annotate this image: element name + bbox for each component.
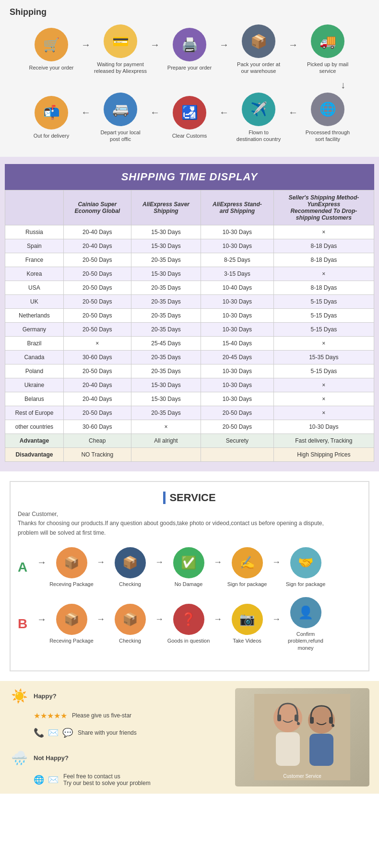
footer-contact-row: 🌐 ✉️ Feel free to contact us Try our bes… <box>10 773 225 786</box>
customs-icon: 🛃 <box>173 96 206 129</box>
table-cell-country: Advantage <box>5 434 64 448</box>
table-cell-value: 15-30 Days <box>131 239 201 253</box>
payment-label: Waiting for paymentreleased by Aliexpres… <box>94 61 147 75</box>
table-cell-value: 15-40 Days <box>201 337 273 351</box>
svc-b-check-label: Checking <box>119 637 141 644</box>
depart-icon: 🚐 <box>104 93 137 126</box>
service-wrapper: SERVICE Dear Customer, Thanks for choosi… <box>0 471 379 681</box>
footer-nothappy-label: Not Happy? <box>34 754 69 762</box>
table-cell-value: 20-50 Days <box>63 406 131 420</box>
table-row: Germany20-50 Days20-35 Days10-30 Days5-1… <box>5 323 374 337</box>
svg-text:Customer Service: Customer Service <box>283 774 321 779</box>
table-row: USA20-50 Days20-35 Days10-40 Days8-18 Dy… <box>5 281 374 295</box>
table-row: Netherlands20-50 Days20-35 Days10-30 Day… <box>5 309 374 323</box>
flow-item-prepare: 🖨️ Prepare your order <box>161 28 218 71</box>
svc-arrow-b2: → <box>155 614 164 634</box>
table-cell-value: 15-30 Days <box>131 392 201 406</box>
table-cell-value: × <box>63 337 131 351</box>
table-cell-value: High Shipping Prices <box>273 448 374 462</box>
col-header-yunexpress: Seller's Shipping Method-YunExpressRecom… <box>273 190 374 225</box>
payment-icon: 💳 <box>104 24 137 58</box>
svc-arrow-b0: → <box>37 614 47 634</box>
flow-item-pickup: 🚚 Picked up by mail service <box>299 24 356 75</box>
table-cell-value: 10-30 Days <box>201 392 273 406</box>
table-cell-value: Cheap <box>63 434 131 448</box>
svc-b-confirm-label: Confirm problem,refund money <box>282 631 330 651</box>
table-cell-value: 20-50 Days <box>63 364 131 378</box>
svc-arrow-b1: → <box>96 614 105 634</box>
col-header-cainiao: Cainiao SuperEconomy Global <box>63 190 131 225</box>
footer-photo: Customer Service <box>235 688 369 786</box>
svc-b-check: 📦 Checking <box>106 604 154 644</box>
table-cell-value: 10-30 Days <box>273 420 374 434</box>
sort-label: Processed throughsort facility <box>306 129 350 143</box>
customs-label: Clear Customs <box>172 132 207 139</box>
svc-a-sign2-label: Sign for package <box>286 581 326 587</box>
flow-row-1: 🛒 Receive your order → 💳 Waiting for pay… <box>10 24 369 75</box>
share-icons: 📞 ✉️ 💬 <box>34 727 73 738</box>
table-cell-value: 10-30 Days <box>201 225 273 239</box>
letter-a: A <box>18 560 31 575</box>
flow-item-delivery: 📬 Out for delivery <box>23 96 80 139</box>
table-cell-value: × <box>131 420 201 434</box>
table-row: Russia20-40 Days15-30 Days10-30 Days× <box>5 225 374 239</box>
table-cell-country: Poland <box>5 364 64 378</box>
footer-stars: ★★★★★ <box>34 711 67 720</box>
shipping-table: Cainiao SuperEconomy Global AliExpress S… <box>5 190 374 462</box>
table-cell-value: 20-50 Days <box>63 267 131 281</box>
table-cell-value: 8-18 Dyas <box>273 239 374 253</box>
table-cell-value: Securety <box>201 434 273 448</box>
svc-arrow-b3: → <box>213 614 222 634</box>
table-cell-value <box>201 448 273 462</box>
svc-a-check-label: Checking <box>119 581 141 587</box>
svc-b-question: ❓ Goods in question <box>165 604 213 644</box>
svc-b-confirm-icon: 👤 <box>290 597 321 628</box>
service-note: Dear Customer, Thanks for choosing our p… <box>18 510 361 538</box>
table-cell-value: 10-30 Days <box>201 309 273 323</box>
table-cell-country: Brazil <box>5 337 64 351</box>
table-cell-country: Belarus <box>5 392 64 406</box>
table-cell-value: 30-60 Days <box>63 420 131 434</box>
table-cell-value: 10-30 Days <box>201 239 273 253</box>
table-cell-country: UK <box>5 295 64 309</box>
shipping-section: Shipping 🛒 Receive your order → 💳 Waitin… <box>0 0 379 157</box>
table-cell-value: 8-25 Days <box>201 253 273 267</box>
table-cell-value: 8-18 Dyas <box>273 281 374 295</box>
svc-a-nodamage-label: No Damage <box>175 581 203 587</box>
arrow-5: ← <box>81 107 91 128</box>
table-cell-country: Germany <box>5 323 64 337</box>
table-cell-value: 15-30 Days <box>131 267 201 281</box>
down-arrow: ↓ <box>10 80 369 91</box>
table-cell-value: 10-30 Days <box>201 323 273 337</box>
table-cell-value: 10-30 Days <box>201 378 273 392</box>
svc-a-sign2-icon: 🤝 <box>290 547 321 578</box>
contact-icons: 🌐 ✉️ <box>34 774 59 785</box>
svc-arrow-a3: → <box>213 557 222 577</box>
flow-item-sort: 🌐 Processed throughsort facility <box>299 93 356 143</box>
table-row: other countries30-60 Days×20-50 Days10-3… <box>5 420 374 434</box>
service-note-line2: Thanks for choosing our products.If any … <box>18 520 324 527</box>
pickup-icon: 🚚 <box>311 24 344 58</box>
five-star-text: Please give us five-star <box>72 712 131 719</box>
table-cell-value: 15-30 Days <box>131 225 201 239</box>
table-cell-value: 10-30 Days <box>201 295 273 309</box>
flow-item-pack: 📦 Pack your order atour warehouse <box>230 24 287 75</box>
svc-a-receive-icon: 📦 <box>56 547 87 578</box>
table-cell-value: 5-15 Dyas <box>273 323 374 337</box>
table-cell-value: 5-15 Dyas <box>273 364 374 378</box>
table-cell-value: 3-15 Days <box>201 267 273 281</box>
svc-arrow-a0: → <box>37 557 47 577</box>
arrow-8: ← <box>288 107 298 128</box>
flight-icon: ✈️ <box>242 93 275 126</box>
svc-b-video-icon: 📷 <box>232 604 263 635</box>
table-cell-value: 20-40 Days <box>63 378 131 392</box>
svc-a-check: 📦 Checking <box>106 547 154 587</box>
table-cell-country: Canada <box>5 351 64 364</box>
table-row: Korea20-50 Days15-30 Days3-15 Days× <box>5 267 374 281</box>
table-row: DisadvantageNO TrackingHigh Shipping Pri… <box>5 448 374 462</box>
cloud-icon: 🌧️ <box>10 750 29 766</box>
table-row: Canada30-60 Days20-35 Days20-45 Days15-3… <box>5 351 374 364</box>
service-flow-a: A → 📦 Receving Package → 📦 Checking → ✅ … <box>18 547 361 587</box>
happy-sun-icon: ☀️ <box>10 688 29 704</box>
service-title: SERVICE <box>18 492 361 504</box>
